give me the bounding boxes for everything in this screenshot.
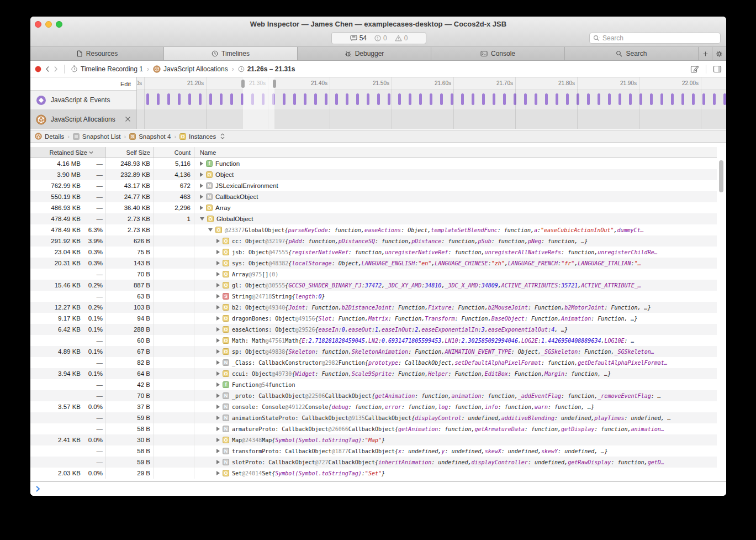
collapse-toggle-icon[interactable] — [200, 217, 204, 221]
activity-summary[interactable]: 54 0 0 — [331, 32, 426, 44]
expand-toggle-icon[interactable] — [216, 382, 220, 387]
toolbar-search-field[interactable]: Search — [589, 33, 721, 44]
record-button[interactable] — [35, 66, 41, 72]
table-row[interactable]: —63 BSString @24718 String {length: 0} — [30, 291, 717, 302]
table-row[interactable]: 478.49 KB—2.73 KB1OGlobalObject — [30, 213, 717, 224]
zoom-window-button[interactable] — [56, 21, 62, 28]
table-row[interactable]: 3.57 KB0.0%37 BNconsole: Console @49122 … — [30, 401, 717, 412]
table-row[interactable]: —82 BN_Class: CallbackConstructor @2982 … — [30, 357, 717, 368]
expand-toggle-icon[interactable] — [216, 239, 220, 243]
tab-search[interactable]: Search — [565, 47, 699, 60]
expand-toggle-icon[interactable] — [216, 427, 220, 431]
table-row[interactable]: —70 BOArray @975 [] (0) — [30, 269, 717, 280]
table-row[interactable]: 550.19 KB—24.77 KB463NCallbackObject — [30, 191, 717, 202]
expand-toggle-icon[interactable] — [216, 305, 220, 310]
expand-toggle-icon[interactable] — [216, 250, 220, 254]
table-row[interactable]: 12.27 KB0.2%103 BOb2: Object @49340 {Joi… — [30, 302, 717, 313]
tab-debugger[interactable]: Debugger — [298, 47, 431, 60]
warning-count[interactable]: 0 — [395, 34, 408, 42]
timeline-graph-area[interactable]: 21.10s21.20s21.30s21.40s21.50s21.60s21.7… — [137, 77, 726, 129]
expand-toggle-icon[interactable] — [216, 394, 220, 398]
column-header-retained-size[interactable]: Retained Size — [30, 147, 106, 158]
breadcrumb-instrument[interactable]: JavaScript Allocations — [153, 65, 228, 73]
expand-toggle-icon[interactable] — [216, 460, 220, 464]
crumb-details[interactable]: Details — [35, 133, 64, 140]
table-row[interactable]: 478.49 KB6.3%2.73 KBO@23377 GlobalObject… — [30, 224, 717, 235]
breadcrumb-recording[interactable]: Timeline Recording 1 — [71, 65, 143, 73]
table-row[interactable]: 4.16 MB—248.93 KB5,116fFunction — [30, 158, 717, 169]
column-header-self-size[interactable]: Self Size — [106, 147, 154, 158]
track-javascript-allocations[interactable]: JavaScript Allocations — [30, 109, 136, 129]
expand-toggle-icon[interactable] — [216, 327, 220, 332]
track-javascript-events[interactable]: JavaScript & Events — [30, 90, 136, 109]
popup-updown-icon[interactable] — [220, 133, 225, 139]
expand-toggle-icon[interactable] — [216, 349, 220, 354]
close-window-button[interactable] — [35, 21, 41, 28]
expand-toggle-icon[interactable] — [216, 360, 220, 365]
table-row[interactable]: 486.93 KB—36.40 KB2,296OArray — [30, 202, 717, 213]
expand-toggle-icon[interactable] — [216, 283, 220, 287]
expand-toggle-icon[interactable] — [200, 195, 203, 199]
console-message-count[interactable]: 54 — [350, 34, 367, 42]
table-row[interactable]: —58 BNarmatureProto: CallbackObject @260… — [30, 423, 717, 434]
vertical-scrollbar[interactable] — [717, 147, 726, 479]
crumb-instances[interactable]: O Instances — [179, 133, 225, 140]
expand-toggle-icon[interactable] — [216, 438, 220, 442]
minimize-window-button[interactable] — [45, 21, 52, 28]
selection-start-handle[interactable] — [241, 80, 245, 88]
column-header-count[interactable]: Count — [154, 147, 194, 158]
table-row[interactable]: —58 BNtransformProto: CallbackObject @18… — [30, 445, 717, 457]
collapse-toggle-icon[interactable] — [208, 228, 213, 232]
table-row[interactable]: —59 BNslotProto: CallbackObject @727 Cal… — [30, 457, 717, 468]
column-header-name[interactable]: Name — [194, 147, 717, 158]
expand-toggle-icon[interactable] — [216, 261, 220, 265]
error-count[interactable]: 0 — [374, 34, 387, 42]
settings-tab-button[interactable] — [712, 47, 726, 60]
table-row[interactable]: 2.03 KB0.0%29 BOSet @24014 Set {Symbol(S… — [30, 468, 717, 479]
table-row[interactable]: 15.46 KB0.2%887 BOgl: Object @30555 {GCC… — [30, 280, 717, 291]
expand-toggle-icon[interactable] — [200, 184, 203, 188]
expand-toggle-icon[interactable] — [216, 416, 220, 420]
table-row[interactable]: 3.90 MB—232.89 KB4,136OObject — [30, 169, 717, 180]
expand-toggle-icon[interactable] — [216, 294, 220, 298]
quick-console[interactable] — [30, 481, 726, 496]
table-row[interactable]: —59 BNanimationStateProto: CallbackObjec… — [30, 412, 717, 423]
table-row[interactable]: 291.92 KB3.9%626 BOcc: Object @32197 {pA… — [30, 235, 717, 247]
table-row[interactable]: 2.41 KB0.0%30 BOMap @24348 Map {Symbol(S… — [30, 434, 717, 445]
expand-toggle-icon[interactable] — [216, 272, 220, 276]
selection-end-handle[interactable] — [273, 80, 276, 88]
tab-resources[interactable]: Resources — [30, 47, 164, 60]
scrollbar-thumb[interactable] — [719, 160, 723, 192]
table-row[interactable]: —60 BOMath: Math @47561 Math {E: 2.71828… — [30, 335, 717, 346]
expand-toggle-icon[interactable] — [216, 338, 220, 343]
table-row[interactable]: 762.99 KB—43.17 KB672NJSLexicalEnvironme… — [30, 180, 717, 191]
table-row[interactable]: 6.42 KB0.1%288 BOeaseActions: Object @29… — [30, 324, 717, 335]
expand-toggle-icon[interactable] — [200, 206, 203, 210]
close-track-icon[interactable] — [125, 116, 131, 122]
expand-toggle-icon[interactable] — [216, 316, 220, 321]
crumb-snapshot-list[interactable]: Snapshot List — [73, 133, 121, 140]
timeline-edit-button[interactable]: Edit — [120, 81, 131, 87]
expand-toggle-icon[interactable] — [216, 405, 220, 409]
toggle-right-sidebar-icon[interactable] — [713, 65, 722, 73]
new-tab-button[interactable] — [699, 47, 712, 60]
table-row[interactable]: 4.89 KB0.1%67 BOsp: Object @49838 {Skele… — [30, 346, 717, 357]
expand-toggle-icon[interactable] — [216, 449, 220, 453]
breadcrumb-time-range[interactable]: 21.26s – 21.31s — [238, 65, 295, 73]
expand-toggle-icon[interactable] — [200, 161, 203, 166]
table-row[interactable]: 23.04 KB0.3%75 BOjsb: Object @47555 {reg… — [30, 247, 717, 258]
expand-toggle-icon[interactable] — [216, 471, 220, 475]
table-row[interactable]: —70 BN_proto: CallbackObject @22506 Call… — [30, 390, 717, 401]
table-row[interactable]: —42 BfFunction @54 function — [30, 379, 717, 390]
expand-toggle-icon[interactable] — [216, 371, 220, 376]
table-row[interactable]: 20.31 KB0.3%143 BOsys: Object @48382 {lo… — [30, 258, 717, 269]
edit-shortcuts-icon[interactable] — [690, 65, 699, 74]
tab-timelines[interactable]: Timelines — [164, 47, 298, 60]
table-row[interactable]: 9.17 KB0.1%94 BOdragonBones: Object @491… — [30, 313, 717, 324]
table-row[interactable]: 3.94 KB0.1%64 BOccui: Object @49730 {Wid… — [30, 368, 717, 379]
expand-toggle-icon[interactable] — [200, 172, 203, 177]
tab-console[interactable]: Console — [431, 47, 565, 60]
back-button[interactable] — [45, 66, 50, 72]
timeline-selection[interactable] — [243, 77, 274, 129]
forward-button[interactable] — [54, 66, 58, 72]
